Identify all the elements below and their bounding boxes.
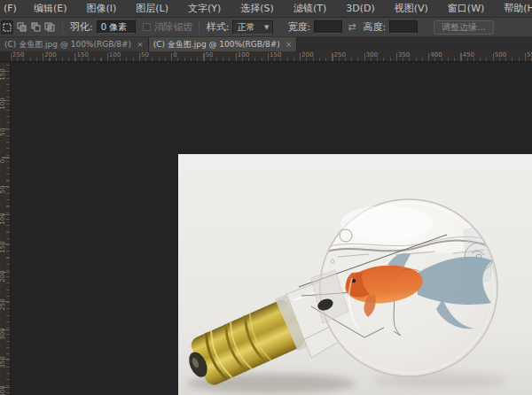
feather-input[interactable]: 0 像素 (97, 20, 136, 34)
ruler-v-label: 150 (0, 68, 6, 81)
height-input[interactable] (389, 20, 418, 34)
menu-item[interactable]: 图像(I) (76, 0, 126, 17)
ruler-h-label: 250 (12, 51, 24, 58)
ruler-h-label: 350 (398, 51, 410, 58)
ruler-h-label: 100 (109, 51, 121, 58)
close-icon[interactable]: × (286, 40, 293, 49)
height-label: 高度: (363, 20, 386, 34)
menu-item[interactable]: 窗口(W) (438, 0, 494, 17)
horizontal-ruler[interactable]: 2502001501005005010015020025030035040045… (0, 51, 532, 62)
ruler-v-label: 100 (0, 213, 6, 225)
menu-item[interactable]: 滤镜(T) (284, 0, 336, 17)
menu-item[interactable]: 文字(Y) (178, 0, 231, 17)
ruler-v-label: 200 (0, 270, 6, 283)
ruler-h-label: 150 (77, 51, 89, 58)
ruler-h-label: 500 (495, 51, 506, 58)
style-dropdown-value: 正常 (237, 21, 254, 34)
ruler-h-label: 50 (141, 51, 149, 58)
document-tab[interactable]: (C) 金鱼图.jpg @ 100%(RGB/8#) × (0, 37, 149, 51)
document-tab-label: (C) 金鱼图.jpg @ 100%(RGB/8#) (153, 39, 280, 50)
width-label: 宽度: (287, 20, 310, 34)
menu-item[interactable]: 视图(V) (385, 0, 438, 17)
ruler-v-label: 300 (0, 328, 6, 340)
ruler-h-label: 300 (366, 51, 378, 58)
ruler-h-label: 100 (238, 51, 249, 58)
document-tab-bar: (C) 金鱼图.jpg @ 100%(RGB/8#) × (C) 金鱼图.jpg… (0, 37, 532, 51)
ruler-h-label: 150 (270, 51, 281, 58)
options-separator (62, 20, 63, 35)
ruler-h-label: 50 (206, 51, 214, 58)
canvas-area[interactable] (11, 62, 532, 395)
feather-label: 羽化: (70, 20, 93, 34)
refine-edge-button[interactable]: 调整边缘... (434, 20, 494, 35)
goldfish-lightbulb-image[interactable] (178, 154, 532, 395)
antialias-label: 消除锯齿 (154, 20, 193, 34)
subtract-from-selection-icon[interactable] (29, 20, 42, 35)
options-bar: 羽化: 0 像素 消除锯齿 样式: 正常 ▼ 宽度: ⇄ 高度: 调整边缘... (0, 18, 532, 37)
ruler-h-label: 450 (463, 51, 474, 58)
style-label: 样式: (207, 20, 230, 34)
chevron-down-icon: ▼ (264, 24, 269, 31)
menu-item[interactable]: 图层(L) (126, 0, 178, 17)
ruler-v-label: 350 (0, 356, 6, 368)
ruler-v-label: 400 (0, 385, 6, 395)
ruler-h-label: 200 (44, 51, 56, 58)
options-separator (199, 20, 200, 35)
photoshop-window: (F)编辑(E)图像(I)图层(L)文字(Y)选择(S)滤镜(T)3D(D)视图… (0, 0, 532, 395)
width-input[interactable] (314, 20, 342, 34)
ruler-h-label: 400 (430, 51, 442, 58)
vertical-ruler[interactable]: 15010050050100150200250300350400 (0, 62, 11, 395)
ruler-v-label: 250 (0, 298, 6, 311)
new-selection-icon[interactable] (1, 20, 13, 35)
style-dropdown[interactable]: 正常 ▼ (232, 20, 273, 35)
ruler-h-label: 200 (301, 51, 313, 58)
menu-item[interactable]: 帮助(H) (494, 0, 532, 17)
add-to-selection-icon[interactable] (15, 20, 27, 35)
ruler-origin-corner[interactable] (0, 51, 11, 62)
intersect-selection-icon[interactable] (43, 20, 56, 35)
menu-item[interactable]: (F) (2, 0, 24, 17)
menu-item[interactable]: 选择(S) (231, 0, 284, 17)
menu-item[interactable]: 3D(D) (336, 0, 385, 17)
ruler-h-label: 0 (173, 51, 176, 58)
ruler-v-label: 50 (0, 183, 6, 196)
ruler-v-label: 100 (0, 97, 6, 110)
ruler-v-label: 0 (0, 155, 6, 167)
ruler-h-label: 550 (527, 51, 532, 58)
ruler-v-label: 50 (0, 126, 6, 138)
antialias-checkbox[interactable] (143, 23, 151, 31)
ruler-v-label: 150 (0, 241, 6, 253)
menu-bar: (F)编辑(E)图像(I)图层(L)文字(Y)选择(S)滤镜(T)3D(D)视图… (0, 0, 532, 18)
swap-width-height-icon[interactable]: ⇄ (348, 21, 356, 33)
close-icon[interactable]: × (137, 40, 144, 49)
menu-item[interactable]: 编辑(E) (24, 0, 77, 17)
ruler-h-label: 250 (334, 51, 346, 58)
document-tab-label: (C) 金鱼图.jpg @ 100%(RGB/8#) (4, 39, 131, 50)
document-tab-active[interactable]: (C) 金鱼图.jpg @ 100%(RGB/8#) × (149, 37, 298, 51)
